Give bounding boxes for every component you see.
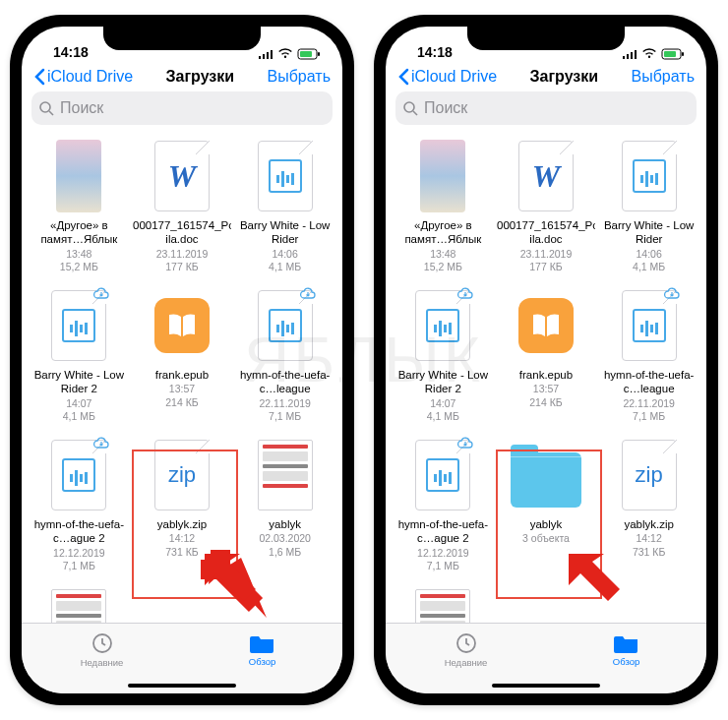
status-indicators xyxy=(258,48,321,60)
svg-rect-8 xyxy=(682,52,684,56)
file-item[interactable] xyxy=(30,585,129,623)
chevron-left-icon xyxy=(33,68,45,86)
page-title: Загрузки xyxy=(166,68,235,86)
file-item[interactable]: Barry White - Low Rider 214:074,1 МБ xyxy=(30,286,129,428)
file-name: «Другое» в памят…Яблык xyxy=(30,218,128,247)
phone-frame: 14:18 iCloud Drive Загрузки Выбрать Поис… xyxy=(10,15,354,705)
word-doc-icon: W xyxy=(154,141,210,211)
file-item[interactable]: hymn-of-the-uefa-c…league22.11.20197,1 М… xyxy=(235,286,334,428)
file-meta: 13:4815,2 МБ xyxy=(424,248,462,273)
file-item[interactable]: zipyablyk.zip14:12731 КБ xyxy=(599,436,698,577)
audio-doc-icon xyxy=(51,440,106,510)
page-thumb-icon xyxy=(51,589,106,623)
file-item[interactable]: frank.epub13:57214 КБ xyxy=(133,286,232,428)
file-item[interactable]: hymn-of-the-uefa-c…ague 212.12.20197,1 М… xyxy=(30,436,129,577)
search-input[interactable]: Поиск xyxy=(395,91,697,125)
file-item[interactable]: Barry White - Low Rider 214:074,1 МБ xyxy=(394,286,493,428)
file-grid: «Другое» в памят…Яблык13:4815,2 МБW00017… xyxy=(386,133,706,623)
file-name: Barry White - Low Rider 2 xyxy=(30,368,128,396)
page-title: Загрузки xyxy=(530,68,599,86)
file-name: Barry White - Low Rider xyxy=(600,218,698,247)
select-button[interactable]: Выбрать xyxy=(268,68,331,86)
file-item[interactable]: «Другое» в памят…Яблык13:4815,2 МБ xyxy=(394,137,493,278)
file-name: hymn-of-the-uefa-c…league xyxy=(600,368,698,396)
select-button[interactable]: Выбрать xyxy=(632,68,695,86)
file-item[interactable]: frank.epub13:57214 КБ xyxy=(497,286,596,428)
screen: 14:18 iCloud Drive Загрузки Выбрать Поис… xyxy=(386,27,706,693)
svg-point-9 xyxy=(404,102,414,112)
search-icon xyxy=(39,101,54,116)
wifi-icon xyxy=(277,48,293,60)
notch xyxy=(103,25,261,50)
svg-rect-1 xyxy=(300,51,312,57)
file-name: hymn-of-the-uefa-c…ague 2 xyxy=(394,517,492,546)
cloud-download-icon xyxy=(456,286,474,300)
battery-icon xyxy=(297,48,321,60)
file-meta: 14:064,1 МБ xyxy=(269,248,301,273)
search-input[interactable]: Поиск xyxy=(31,91,333,125)
folder-icon xyxy=(250,632,275,654)
home-indicator[interactable] xyxy=(492,684,600,688)
status-time: 14:18 xyxy=(417,44,453,60)
svg-rect-7 xyxy=(664,51,676,57)
word-doc-icon: W xyxy=(518,141,574,211)
file-item[interactable]: W000177_161574_Post-…ila.doc23.11.201917… xyxy=(497,137,596,278)
file-meta: 14:12731 КБ xyxy=(165,532,198,558)
nav-bar: iCloud Drive Загрузки Выбрать xyxy=(22,60,342,91)
home-indicator[interactable] xyxy=(128,684,236,688)
audio-doc-icon xyxy=(622,290,677,361)
file-item[interactable]: Barry White - Low Rider14:064,1 МБ xyxy=(599,137,698,278)
file-name: Barry White - Low Rider 2 xyxy=(394,368,492,396)
status-indicators xyxy=(622,48,685,60)
cellular-icon xyxy=(258,49,273,59)
file-item[interactable]: hymn-of-the-uefa-c…league22.11.20197,1 М… xyxy=(599,286,698,428)
back-button[interactable]: iCloud Drive xyxy=(397,68,497,86)
file-meta: 02.03.20201,6 МБ xyxy=(259,532,311,558)
page-thumb-icon xyxy=(258,440,313,510)
file-item[interactable]: yablyk3 объекта xyxy=(497,436,596,577)
epub-icon xyxy=(518,298,574,353)
file-meta: 14:074,1 МБ xyxy=(63,397,95,423)
image-thumb-icon xyxy=(420,140,465,212)
file-item[interactable]: «Другое» в памят…Яблык13:4815,2 МБ xyxy=(30,137,129,278)
file-meta: 13:57214 КБ xyxy=(165,383,198,408)
status-time: 14:18 xyxy=(53,44,89,60)
file-item[interactable]: hymn-of-the-uefa-c…ague 212.12.20197,1 М… xyxy=(394,436,493,577)
file-name: hymn-of-the-uefa-c…league xyxy=(236,368,334,396)
file-item[interactable]: yablyk02.03.20201,6 МБ xyxy=(235,436,334,577)
audio-doc-icon xyxy=(622,141,677,211)
svg-point-3 xyxy=(40,102,50,112)
audio-doc-icon xyxy=(415,440,470,510)
image-thumb-icon xyxy=(56,140,101,212)
file-name: Barry White - Low Rider xyxy=(236,218,334,247)
zip-doc-icon: zip xyxy=(622,440,677,510)
file-meta: 3 объекта xyxy=(522,532,570,545)
cloud-download-icon xyxy=(92,286,110,300)
file-name: yablyk xyxy=(530,517,563,531)
notch xyxy=(467,25,625,50)
cloud-download-icon xyxy=(663,286,681,300)
folder-icon xyxy=(511,452,581,508)
tab-browse[interactable]: Обзор xyxy=(546,624,706,676)
epub-icon xyxy=(154,298,210,353)
file-item[interactable]: Barry White - Low Rider14:064,1 МБ xyxy=(235,137,334,278)
phone-frame: 14:18 iCloud Drive Загрузки Выбрать Поис… xyxy=(374,15,718,705)
file-name: hymn-of-the-uefa-c…ague 2 xyxy=(30,517,128,546)
file-name: frank.epub xyxy=(155,368,209,382)
tab-recents[interactable]: Недавние xyxy=(22,624,182,676)
file-meta: 14:12731 КБ xyxy=(633,532,665,558)
file-grid: «Другое» в памят…Яблык13:4815,2 МБW00017… xyxy=(22,133,342,623)
screen: 14:18 iCloud Drive Загрузки Выбрать Поис… xyxy=(22,27,342,693)
file-item[interactable]: zipyablyk.zip14:12731 КБ xyxy=(133,436,232,577)
file-item[interactable]: W000177_161574_Post-…ila.doc23.11.201917… xyxy=(133,137,232,278)
file-meta: 13:4815,2 МБ xyxy=(60,248,98,273)
tab-recents[interactable]: Недавние xyxy=(386,624,546,676)
file-item[interactable] xyxy=(394,585,493,623)
tab-browse[interactable]: Обзор xyxy=(182,624,342,676)
cloud-download-icon xyxy=(92,436,110,450)
file-name: «Другое» в памят…Яблык xyxy=(394,218,492,247)
back-button[interactable]: iCloud Drive xyxy=(33,68,133,86)
file-meta: 14:074,1 МБ xyxy=(427,397,459,423)
nav-bar: iCloud Drive Загрузки Выбрать xyxy=(386,60,706,91)
svg-rect-2 xyxy=(318,52,320,56)
